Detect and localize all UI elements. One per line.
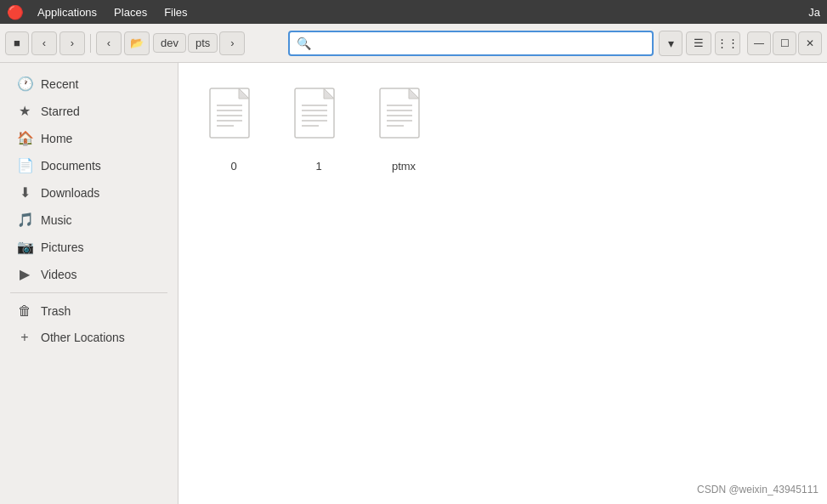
sidebar-item-pictures[interactable]: 📷Pictures <box>3 234 174 260</box>
file-icon-0 <box>207 87 261 155</box>
nav-buttons: ■ ‹ › <box>5 31 85 55</box>
sidebar-item-downloads[interactable]: ⬇Downloads <box>3 179 174 206</box>
menu-files[interactable]: Files <box>161 4 190 20</box>
sidebar-item-videos[interactable]: ▶Videos <box>3 261 174 287</box>
history-buttons: ‹ 📂 <box>96 31 150 55</box>
other-icon: + <box>17 330 32 345</box>
search-dropdown-button[interactable]: ▾ <box>659 31 683 56</box>
sidebar-label-recent: Recent <box>41 77 78 91</box>
search-icon: 🔍 <box>297 37 311 50</box>
documents-icon: 📄 <box>17 157 32 173</box>
videos-icon: ▶ <box>17 266 32 282</box>
sidebar-label-home: Home <box>41 132 72 145</box>
sidebar-item-recent[interactable]: 🕐Recent <box>3 71 174 97</box>
forward-button[interactable]: › <box>59 31 85 55</box>
downloads-icon: ⬇ <box>17 184 32 201</box>
file-label-0: 0 <box>230 160 236 173</box>
dropdown-arrow-icon: ▾ <box>668 37 674 50</box>
file-area: 0 1 ptmx <box>178 63 827 504</box>
maximize-icon: ☐ <box>780 37 790 49</box>
sidebar-item-documents[interactable]: 📄Documents <box>3 152 174 178</box>
sidebar: 🕐Recent★Starred🏠Home📄Documents⬇Downloads… <box>0 63 178 504</box>
sidebar-label-trash: Trash <box>41 304 71 318</box>
starred-icon: ★ <box>17 103 32 119</box>
menu-applications[interactable]: Applications <box>34 4 100 20</box>
location-button[interactable]: 📂 <box>124 31 150 55</box>
search-box: 🔍 <box>288 31 654 56</box>
sidebar-label-other: Other Locations <box>41 331 125 344</box>
file-item-ptmx[interactable]: ptmx <box>365 80 442 179</box>
home-button[interactable]: ■ <box>5 31 29 55</box>
recent-icon: 🕐 <box>17 76 32 92</box>
back-icon: ‹ <box>42 37 46 49</box>
pictures-icon: 📷 <box>17 239 32 255</box>
home-icon: 🏠 <box>17 130 32 146</box>
forward-icon: › <box>71 37 74 49</box>
home-icon: ■ <box>14 37 20 49</box>
menu-right-text: Ja <box>808 6 820 19</box>
file-item-0[interactable]: 0 <box>195 80 272 179</box>
file-item-1[interactable]: 1 <box>280 80 357 179</box>
toolbar: ■ ‹ › ‹ 📂 dev pts › 🔍 ▾ ☰ ⋮⋮ <box>0 24 827 63</box>
window-controls: — ☐ ✕ <box>747 31 822 55</box>
close-icon: ✕ <box>806 37 814 49</box>
sidebar-label-downloads: Downloads <box>41 186 99 200</box>
menu-bar: 🔴 Applications Places Files Ja <box>0 0 827 24</box>
main-area: 🕐Recent★Starred🏠Home📄Documents⬇Downloads… <box>0 63 827 504</box>
list-view-button[interactable]: ☰ <box>686 31 711 55</box>
file-label-ptmx: ptmx <box>392 160 416 173</box>
music-icon: 🎵 <box>17 212 32 228</box>
sidebar-item-other[interactable]: +Other Locations <box>3 325 174 350</box>
sidebar-item-music[interactable]: 🎵Music <box>3 207 174 233</box>
list-view-icon: ☰ <box>694 37 704 49</box>
trash-icon: 🗑 <box>17 303 32 319</box>
sidebar-label-music: Music <box>41 213 72 227</box>
sidebar-item-trash[interactable]: 🗑Trash <box>3 298 174 324</box>
separator-1 <box>90 34 91 53</box>
minimize-icon: — <box>754 37 764 49</box>
prev-icon: ‹ <box>107 37 110 49</box>
grid-view-icon: ⋮⋮ <box>717 37 739 49</box>
grid-view-button[interactable]: ⋮⋮ <box>715 31 740 55</box>
sidebar-divider <box>10 292 167 293</box>
app-logo: 🔴 <box>7 4 24 20</box>
breadcrumb-dev[interactable]: dev <box>153 33 186 53</box>
file-icon-1 <box>292 87 346 155</box>
prev-button[interactable]: ‹ <box>96 31 122 55</box>
sidebar-label-pictures: Pictures <box>41 241 84 254</box>
maximize-button[interactable]: ☐ <box>773 31 796 55</box>
menu-places[interactable]: Places <box>110 4 150 20</box>
breadcrumb-pts[interactable]: pts <box>188 33 218 53</box>
minimize-button[interactable]: — <box>747 31 771 55</box>
location-icon: 📂 <box>130 37 144 49</box>
sidebar-label-videos: Videos <box>41 268 77 281</box>
search-input[interactable] <box>314 37 645 49</box>
sidebar-item-starred[interactable]: ★Starred <box>3 98 174 124</box>
chevron-right-icon: › <box>230 37 234 49</box>
sidebar-item-home[interactable]: 🏠Home <box>3 125 174 151</box>
back-button[interactable]: ‹ <box>31 31 57 55</box>
breadcrumb-more-button[interactable]: › <box>219 31 245 55</box>
breadcrumb: dev pts › <box>153 31 245 55</box>
watermark: CSDN @weixin_43945111 <box>697 484 819 496</box>
file-icon-ptmx <box>377 87 431 155</box>
sidebar-label-documents: Documents <box>41 159 101 173</box>
sidebar-label-starred: Starred <box>41 105 80 118</box>
file-label-1: 1 <box>315 160 321 173</box>
close-button[interactable]: ✕ <box>798 31 822 55</box>
